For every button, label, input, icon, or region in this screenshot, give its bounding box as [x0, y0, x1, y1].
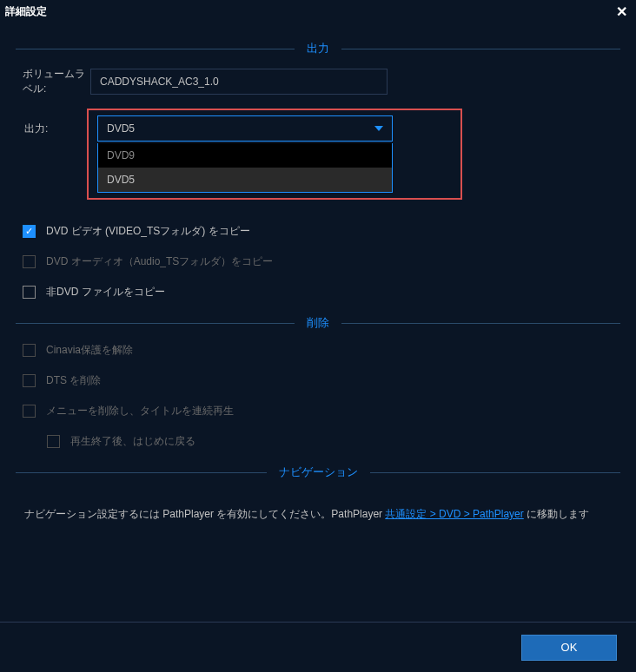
- output-label: 出力:: [24, 122, 48, 136]
- output-highlight-box: 出力: DVD5 DVD9 DVD5: [87, 109, 462, 200]
- remove-cinavia-label: Cinavia保護を解除: [46, 343, 133, 358]
- remove-menu-label: メニューを削除し、タイトルを連続再生: [46, 404, 234, 418]
- output-option-dvd5[interactable]: DVD5: [98, 168, 392, 192]
- volume-label-input[interactable]: [90, 69, 388, 95]
- copy-audio-checkbox-row: DVD オーディオ（Audio_TSフォルダ）をコピー: [23, 254, 620, 269]
- remove-dts-checkbox: [23, 374, 36, 387]
- remove-cinavia-row: Cinavia保護を解除: [23, 343, 620, 358]
- copy-nondvd-checkbox-row[interactable]: 非DVD ファイルをコピー: [23, 285, 620, 300]
- navigation-text-suffix: に移動します: [524, 508, 589, 520]
- remove-dts-label: DTS を削除: [46, 373, 101, 388]
- remove-repeat-row: 再生終了後、はじめに戻る: [23, 434, 620, 449]
- close-icon[interactable]: ✕: [616, 3, 627, 20]
- section-header-navigation: ナビゲーション: [16, 464, 620, 480]
- section-header-remove: 削除: [16, 315, 620, 331]
- navigation-description: ナビゲーション設定するには PathPlayer を有効にしてください。Path…: [16, 491, 620, 523]
- pathplayer-link[interactable]: 共通設定 > DVD > PathPlayer: [385, 508, 523, 520]
- remove-menu-checkbox: [23, 405, 36, 418]
- ok-button[interactable]: OK: [521, 635, 617, 661]
- navigation-text-prefix: ナビゲーション設定するには PathPlayer を有効にしてください。Path…: [24, 508, 385, 520]
- copy-audio-label: DVD オーディオ（Audio_TSフォルダ）をコピー: [46, 254, 273, 269]
- remove-menu-row: メニューを削除し、タイトルを連続再生: [23, 404, 620, 418]
- window-title: 詳細設定: [5, 4, 47, 19]
- output-select[interactable]: DVD5: [97, 115, 393, 142]
- section-title-navigation: ナビゲーション: [267, 464, 370, 480]
- output-option-dvd9[interactable]: DVD9: [98, 143, 392, 168]
- volume-label-label: ボリュームラベル:: [16, 67, 90, 96]
- copy-video-checkbox[interactable]: [23, 225, 36, 238]
- copy-nondvd-checkbox[interactable]: [23, 286, 36, 299]
- remove-dts-row: DTS を削除: [23, 373, 620, 388]
- remove-cinavia-checkbox: [23, 344, 36, 357]
- copy-video-checkbox-row[interactable]: DVD ビデオ (VIDEO_TSフォルダ) をコピー: [23, 224, 620, 239]
- remove-repeat-checkbox: [47, 435, 60, 448]
- copy-nondvd-label: 非DVD ファイルをコピー: [46, 285, 165, 300]
- output-dropdown: DVD9 DVD5: [97, 143, 393, 193]
- section-title-remove: 削除: [295, 315, 341, 331]
- chevron-down-icon: [374, 126, 383, 131]
- output-selected-value: DVD5: [107, 122, 135, 135]
- copy-audio-checkbox: [23, 255, 36, 268]
- remove-repeat-label: 再生終了後、はじめに戻る: [70, 434, 195, 449]
- section-header-output: 出力: [16, 41, 620, 56]
- copy-video-label: DVD ビデオ (VIDEO_TSフォルダ) をコピー: [46, 224, 250, 239]
- section-title-output: 出力: [295, 41, 341, 56]
